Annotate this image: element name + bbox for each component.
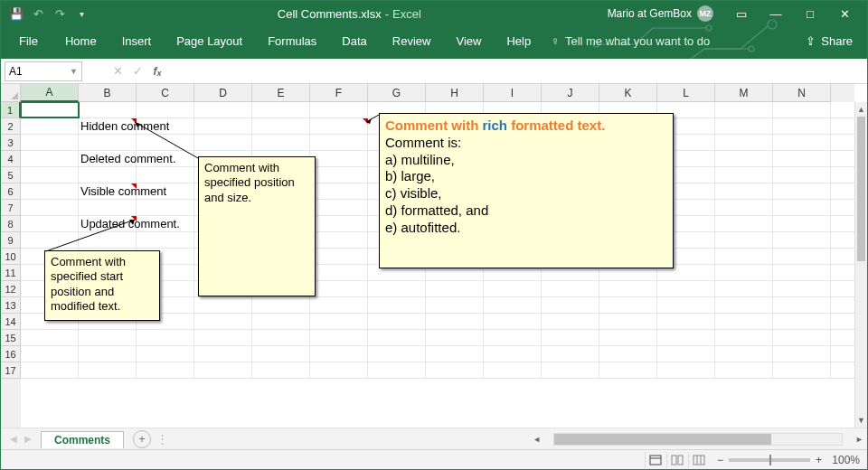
cell-D13[interactable] [194, 297, 252, 313]
cell-A5[interactable] [21, 167, 79, 183]
cell-D1[interactable] [194, 102, 252, 118]
row-header[interactable]: 4 [1, 151, 21, 167]
cell-I12[interactable] [484, 281, 542, 296]
col-header-f[interactable]: F [310, 84, 368, 102]
row-header[interactable]: 17 [1, 362, 21, 379]
view-page-layout-icon[interactable] [666, 452, 688, 468]
cell-N13[interactable] [773, 297, 831, 313]
cell-G13[interactable] [368, 297, 426, 313]
cell-N6[interactable] [773, 183, 831, 199]
cell-D3[interactable] [194, 135, 252, 150]
cell-K16[interactable] [599, 346, 657, 362]
cell-G17[interactable] [368, 362, 426, 378]
cell-N3[interactable] [773, 135, 831, 150]
col-header-a[interactable]: A [21, 84, 79, 102]
cell-N7[interactable] [773, 200, 831, 215]
cell-F10[interactable] [310, 249, 368, 264]
cell-F9[interactable] [310, 232, 368, 248]
cell-D15[interactable] [194, 330, 252, 345]
cell-E3[interactable] [252, 135, 310, 150]
cell-E2[interactable] [252, 118, 310, 134]
comment-indicator[interactable] [363, 118, 368, 124]
cell-N14[interactable] [773, 314, 831, 329]
qat-more-icon[interactable]: ▾ [71, 4, 91, 24]
col-header-l[interactable]: L [657, 84, 715, 102]
cell-G14[interactable] [368, 314, 426, 329]
row-header[interactable]: 5 [1, 167, 21, 183]
cell-C5[interactable] [137, 167, 194, 183]
cell-L14[interactable] [657, 314, 715, 329]
row-header[interactable]: 11 [1, 265, 21, 281]
cell-F7[interactable] [310, 200, 368, 215]
cell-D16[interactable] [194, 346, 252, 362]
close-button[interactable]: ✕ [827, 2, 862, 25]
cell-M6[interactable] [715, 183, 773, 199]
cell-E14[interactable] [252, 314, 310, 329]
cell-E1[interactable] [252, 102, 310, 118]
row-header[interactable]: 13 [1, 297, 21, 314]
cell-F8[interactable] [310, 216, 368, 231]
cell-D2[interactable] [194, 118, 252, 134]
cell-B4[interactable]: Deleted comment. [79, 151, 137, 166]
cell-B6[interactable]: Visible comment [79, 183, 137, 199]
cell-J12[interactable] [542, 281, 599, 296]
cell-C15[interactable] [137, 330, 194, 345]
cell-N15[interactable] [773, 330, 831, 345]
cell-H14[interactable] [426, 314, 484, 329]
row-header[interactable]: 2 [1, 118, 21, 135]
cell-A3[interactable] [21, 135, 79, 150]
comment-box-rich[interactable]: Comment with rich formatted text. Commen… [379, 113, 674, 268]
select-all-corner[interactable] [1, 84, 21, 102]
cell-C1[interactable] [137, 102, 194, 118]
cell-B15[interactable] [79, 330, 137, 345]
cell-K14[interactable] [599, 314, 657, 329]
insert-function-icon[interactable]: fx [147, 61, 167, 81]
cell-A4[interactable] [21, 151, 79, 166]
cell-L15[interactable] [657, 330, 715, 345]
row-header[interactable]: 12 [1, 281, 21, 297]
sheet-nav-prev-icon[interactable]: ◄ [6, 432, 21, 446]
sheet-tab-menu-icon[interactable]: ⋮ [156, 432, 168, 446]
cell-F3[interactable] [310, 135, 368, 150]
cell-M15[interactable] [715, 330, 773, 345]
enter-entry-icon[interactable]: ✓ [127, 61, 147, 81]
hscroll-thumb[interactable] [554, 434, 771, 445]
cell-J14[interactable] [542, 314, 599, 329]
cell-F13[interactable] [310, 297, 368, 313]
tab-page-layout[interactable]: Page Layout [164, 29, 255, 53]
cell-J15[interactable] [542, 330, 599, 345]
cell-C7[interactable] [137, 200, 194, 215]
cell-I17[interactable] [484, 362, 542, 378]
name-box-dropdown-icon[interactable]: ▼ [70, 67, 78, 76]
col-header-e[interactable]: E [252, 84, 310, 102]
cell-H13[interactable] [426, 297, 484, 313]
cell-M8[interactable] [715, 216, 773, 231]
cell-A9[interactable] [21, 232, 79, 248]
cell-B9[interactable] [79, 232, 137, 248]
cell-K17[interactable] [599, 362, 657, 378]
spreadsheet-grid[interactable]: A B C D E F G H I J K L M N 123456789101… [1, 84, 867, 428]
cell-G12[interactable] [368, 281, 426, 296]
cell-E13[interactable] [252, 297, 310, 313]
cell-A17[interactable] [21, 362, 79, 378]
cell-A16[interactable] [21, 346, 79, 362]
cell-A15[interactable] [21, 330, 79, 345]
col-header-k[interactable]: K [599, 84, 657, 102]
col-header-b[interactable]: B [79, 84, 137, 102]
cancel-entry-icon[interactable]: ✕ [108, 61, 127, 81]
comment-box[interactable]: Comment with specified start position an… [44, 250, 160, 321]
cell-N4[interactable] [773, 151, 831, 166]
cell-K13[interactable] [599, 297, 657, 313]
view-normal-icon[interactable] [645, 452, 666, 468]
cell-N10[interactable] [773, 249, 831, 264]
cell-F11[interactable] [310, 265, 368, 280]
cell-L16[interactable] [657, 346, 715, 362]
row-header[interactable]: 15 [1, 330, 21, 346]
column-headers[interactable]: A B C D E F G H I J K L M N [21, 84, 854, 102]
sheet-tab-active[interactable]: Comments [41, 431, 124, 448]
col-header-c[interactable]: C [137, 84, 194, 102]
cell-J17[interactable] [542, 362, 599, 378]
hscroll-track[interactable] [553, 433, 843, 446]
vscroll-track[interactable] [857, 117, 865, 413]
cell-B7[interactable] [79, 200, 137, 215]
